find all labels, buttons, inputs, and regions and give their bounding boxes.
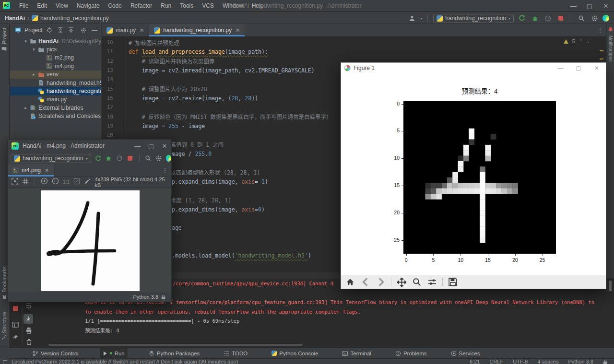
save-icon[interactable]: [448, 277, 458, 287]
python-interpreter[interactable]: Python 3.8: [568, 359, 593, 364]
close-tab-icon[interactable]: ✕: [45, 167, 49, 174]
tree-item-venv[interactable]: ▸venv: [10, 70, 102, 79]
lock-icon[interactable]: [603, 359, 607, 364]
maximize-button[interactable]: ▢: [569, 63, 588, 73]
tree-item-handwriting-recognition-py[interactable]: handwriting_recognition.py: [10, 87, 102, 95]
tree-item-scratches-and-consoles[interactable]: Scratches and Consoles: [10, 112, 102, 120]
image-canvas-area[interactable]: [8, 189, 171, 292]
project-panel-title[interactable]: Project: [24, 27, 42, 34]
color-picker-pipette-icon[interactable]: [84, 178, 91, 187]
zoom-out-icon[interactable]: [52, 177, 59, 187]
subplots-config-icon[interactable]: [427, 277, 437, 287]
print-icon[interactable]: [25, 327, 33, 334]
stripe-bookmarks-tab[interactable]: Bookmarks: [1, 266, 7, 299]
tree-item-handwriting-model-h5[interactable]: ?handwriting_model.h5: [10, 79, 102, 87]
error-stripe-mark[interactable]: [600, 59, 603, 59]
tab-main-py[interactable]: main.py✕: [102, 24, 149, 36]
toolbar-python-packages[interactable]: Python Packages: [146, 348, 203, 359]
tree-item-m4-png[interactable]: m4.png: [10, 62, 102, 70]
chevron-icon[interactable]: ▾: [22, 39, 30, 44]
prev-problem-icon[interactable]: ⌃: [579, 39, 583, 44]
stop-process-icon[interactable]: [12, 305, 19, 312]
zoom-fit-icon[interactable]: [12, 178, 18, 187]
console-h-scrollbar[interactable]: [48, 344, 303, 346]
toolbar-run[interactable]: Run: [100, 348, 128, 359]
zoom-in-icon[interactable]: [41, 177, 48, 187]
profiler-icon[interactable]: [543, 13, 553, 23]
fit-window-icon[interactable]: [73, 178, 80, 187]
code-with-me-icon[interactable]: [602, 15, 609, 22]
toolbar-todo[interactable]: TODO: [221, 348, 250, 359]
chevron-icon[interactable]: ▸: [30, 72, 38, 77]
caret-position[interactable]: 6:21: [470, 359, 480, 364]
zoom-rect-icon[interactable]: [412, 277, 422, 287]
hide-panel-icon[interactable]: —: [91, 26, 98, 34]
tab-options-kebab-icon[interactable]: ⋮: [594, 24, 606, 36]
close-tab-icon[interactable]: ✕: [236, 27, 240, 34]
inspections-widget[interactable]: 5 ⌃ ⌄: [564, 38, 590, 44]
collapse-all-icon[interactable]: [67, 26, 75, 34]
search-everywhere-icon[interactable]: [144, 153, 152, 163]
toolbar-version-control[interactable]: Version Control: [30, 348, 82, 359]
pin-tab-icon[interactable]: [12, 333, 19, 341]
stop-icon[interactable]: [556, 13, 566, 23]
chevron-icon[interactable]: ▸: [22, 106, 30, 110]
console-v-scrollbar[interactable]: [609, 281, 612, 291]
expand-all-icon[interactable]: [57, 26, 64, 34]
tree-item-main-py[interactable]: main.py: [10, 95, 102, 104]
menu-refactor[interactable]: Refactor: [126, 0, 156, 12]
profiler-icon[interactable]: [116, 153, 123, 163]
toolbar-problems[interactable]: Problems: [392, 348, 430, 359]
code-line-11[interactable]: 11def load_and_preprocess_image(image_pa…: [102, 47, 606, 56]
status-message[interactable]: Localized PyCharm 2022.2.1 is available …: [12, 359, 238, 364]
menu-file[interactable]: File: [15, 0, 33, 12]
tab-m4-png[interactable]: m4.png✕: [8, 164, 54, 176]
grid-toggle-icon[interactable]: [22, 178, 29, 187]
clear-console-trash-icon[interactable]: [25, 338, 33, 346]
minimize-button[interactable]: —: [131, 140, 144, 152]
back-icon[interactable]: [360, 277, 371, 287]
locate-file-icon[interactable]: [46, 26, 53, 34]
status-window-icon[interactable]: [3, 360, 7, 364]
image-window-title-bar[interactable]: PC HandAi - m4.png - Administrator — ▢ ✕: [8, 140, 171, 152]
rerun-icon[interactable]: [517, 13, 527, 23]
stripe-notifications-tab[interactable]: Notifications: [608, 35, 613, 61]
next-problem-icon[interactable]: ⌄: [586, 39, 590, 44]
close-button[interactable]: ✕: [588, 63, 606, 73]
settings-gear-icon[interactable]: [590, 13, 599, 23]
debug-icon[interactable]: [530, 13, 540, 23]
stripe-project-tab[interactable]: Project: [1, 28, 7, 51]
forward-icon[interactable]: [376, 277, 386, 287]
menu-vcs[interactable]: VCS: [198, 0, 218, 12]
menu-run[interactable]: Run: [156, 0, 176, 12]
panel-settings-gear-icon[interactable]: [80, 26, 87, 34]
code-line-10[interactable]: 10# 加载图片并预处理: [102, 38, 606, 47]
user-icon[interactable]: [407, 13, 417, 23]
tree-item-handai[interactable]: ▾HandAiD:\Ddesktop\Python\H: [10, 37, 102, 45]
maximize-button[interactable]: ▢: [581, 0, 598, 12]
close-button[interactable]: ✕: [158, 140, 171, 152]
rerun-icon[interactable]: [94, 153, 102, 163]
toolbar-services[interactable]: Services: [448, 348, 483, 359]
settings-gear-icon[interactable]: [155, 153, 163, 163]
indent-style[interactable]: 4 spaces: [537, 359, 558, 364]
stop-icon[interactable]: [126, 153, 134, 163]
close-tab-icon[interactable]: ✕: [140, 27, 144, 34]
debug-icon[interactable]: [105, 153, 112, 163]
maximize-button[interactable]: ▢: [144, 140, 158, 152]
error-stripe-mark[interactable]: [600, 50, 603, 51]
pan-icon[interactable]: [396, 277, 407, 287]
soft-wrap-icon[interactable]: [25, 302, 33, 309]
home-icon[interactable]: [345, 277, 355, 287]
line-separator[interactable]: CRLF: [489, 359, 503, 364]
interpreter-label[interactable]: Python 3.8: [133, 294, 158, 300]
breadcrumb-project[interactable]: HandAi: [5, 15, 25, 22]
code-with-me-icon[interactable]: [166, 155, 172, 162]
toolbar-python-console[interactable]: Python Console: [269, 348, 321, 359]
stripe-structure-tab[interactable]: Structure: [1, 312, 7, 340]
restore-layout-icon[interactable]: [12, 321, 19, 329]
search-everywhere-icon[interactable]: [577, 13, 586, 23]
tab-options-kebab-icon[interactable]: ⋮: [159, 167, 171, 174]
run-config-combo[interactable]: handwriting_recognition ▾: [433, 14, 514, 23]
chevron-icon[interactable]: ▾: [30, 47, 38, 52]
